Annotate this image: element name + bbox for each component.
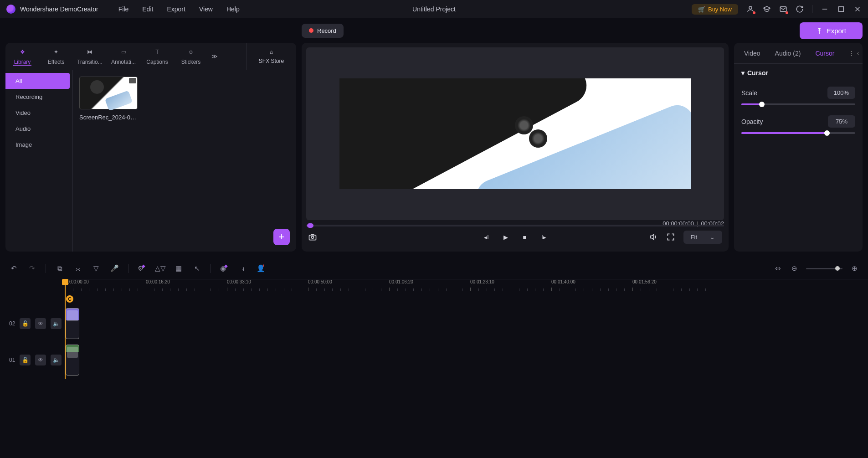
tab-library[interactable]: ❖Library <box>5 48 39 65</box>
zoom-in-icon[interactable]: ⊕ <box>850 264 859 273</box>
tab-effects[interactable]: ✦Effects <box>39 48 73 65</box>
library-categories: All Recording Video Audio Image <box>5 70 73 252</box>
split-icon[interactable]: ›‹ <box>73 264 82 273</box>
redo-icon[interactable]: ↷ <box>27 264 36 273</box>
mic-icon[interactable]: 🎤 <box>110 264 119 273</box>
opacity-value[interactable]: 75% <box>828 115 855 128</box>
shield-icon[interactable]: ▽ <box>92 264 101 273</box>
fit-label: Fit <box>691 234 697 241</box>
lock-icon[interactable]: 🔓 <box>20 355 31 365</box>
maximize-icon[interactable] <box>837 5 845 13</box>
scale-value[interactable]: 100% <box>827 87 855 99</box>
grid-icon[interactable]: ▦ <box>174 264 183 273</box>
record-button[interactable]: Record <box>302 24 344 38</box>
cursor-marker[interactable]: C <box>66 295 73 303</box>
opacity-slider[interactable] <box>741 132 855 134</box>
close-icon[interactable] <box>853 5 862 13</box>
undo-icon[interactable]: ↶ <box>9 264 18 273</box>
ruler-tick: 00:01:23:10 <box>470 279 494 284</box>
main-menu: File Edit Export View Help <box>118 5 240 13</box>
tab-stickers[interactable]: ☺Stickers <box>174 48 208 65</box>
play-icon[interactable]: ▶ <box>501 232 510 242</box>
volume-icon[interactable] <box>649 232 658 242</box>
library-panel: ❖Library ✦Effects ⧓Transitio... ▭Annotat… <box>5 43 296 252</box>
category-recording[interactable]: Recording <box>5 89 72 105</box>
person-icon[interactable]: 👤 <box>257 264 266 273</box>
zoom-out-icon[interactable]: ⊖ <box>790 264 799 273</box>
timeline-ruler[interactable]: 00:00:00:0000:00:16:2000:00:33:1000:00:5… <box>65 279 868 292</box>
tab-annotations[interactable]: ▭Annotati... <box>107 48 140 65</box>
mail-icon[interactable] <box>779 5 787 13</box>
tab-captions-label: Captions <box>146 59 168 65</box>
prop-tab-cursor[interactable]: Cursor <box>809 44 841 62</box>
mirror-icon[interactable]: △▽ <box>156 264 165 273</box>
tab-captions[interactable]: TCaptions <box>140 48 174 65</box>
buy-now-button[interactable]: 🛒 Buy Now <box>692 4 738 15</box>
mute-icon[interactable]: 🔈 <box>51 318 62 329</box>
fit-dropdown[interactable]: Fit⌄ <box>683 231 722 244</box>
tab-more-icon[interactable]: ⋮ <box>848 50 854 57</box>
academy-icon[interactable] <box>763 5 771 13</box>
media-thumbnail[interactable]: ScreenRec_2024-05... <box>79 77 138 121</box>
section-header[interactable]: ▾Cursor <box>741 69 855 77</box>
preview-canvas[interactable] <box>306 47 724 220</box>
menu-edit[interactable]: Edit <box>142 5 153 13</box>
tab-collapse-icon[interactable]: ‹ <box>857 50 859 57</box>
export-button[interactable]: ⭱ Export <box>800 22 863 39</box>
record-dot-icon <box>309 28 313 33</box>
prev-frame-icon[interactable]: ◂Ⅰ <box>482 232 491 242</box>
menu-export[interactable]: Export <box>167 5 185 13</box>
layers-icon: ❖ <box>18 48 26 56</box>
category-video[interactable]: Video <box>5 105 72 121</box>
add-media-button[interactable]: + <box>273 229 290 245</box>
mute-icon[interactable]: 🔈 <box>51 355 62 365</box>
tab-transitions[interactable]: ⧓Transitio... <box>73 48 107 65</box>
app-name: Wondershare DemoCreator <box>20 5 98 13</box>
account-icon[interactable] <box>746 5 755 13</box>
stop-icon[interactable]: ■ <box>520 232 529 242</box>
speed-icon[interactable]: ⚙◆ <box>138 264 147 273</box>
minimize-icon[interactable] <box>821 5 829 13</box>
fullscreen-icon[interactable] <box>666 232 675 242</box>
eye-icon[interactable]: 👁 <box>35 318 46 329</box>
tabs-more-icon[interactable]: ≫ <box>208 53 221 60</box>
adjust-icon[interactable]: ⫞ <box>238 264 247 273</box>
annotation-icon: ▭ <box>119 48 128 56</box>
update-icon[interactable] <box>796 5 804 13</box>
library-grid: ScreenRec_2024-05... <box>73 70 296 252</box>
ruler-tick: 00:01:06:20 <box>389 279 413 284</box>
tab-annotations-label: Annotati... <box>111 59 136 65</box>
sfx-label: SFX Store <box>259 58 284 64</box>
menu-view[interactable]: View <box>199 5 213 13</box>
title-bar: Wondershare DemoCreator File Edit Export… <box>0 0 868 18</box>
crop-icon[interactable]: ⧉ <box>55 264 64 273</box>
svg-point-7 <box>312 236 314 238</box>
snapshot-icon[interactable] <box>308 232 317 242</box>
fit-timeline-icon[interactable]: ⇔ <box>773 264 782 273</box>
svg-rect-6 <box>309 235 316 240</box>
category-audio[interactable]: Audio <box>5 121 72 137</box>
prop-tab-video[interactable]: Video <box>738 44 767 62</box>
prop-tab-audio[interactable]: Audio (2) <box>769 44 807 62</box>
track-number: 02 <box>9 320 15 327</box>
zoom-slider[interactable] <box>806 268 842 269</box>
next-frame-icon[interactable]: Ⅰ▸ <box>539 232 549 242</box>
scale-slider[interactable] <box>741 103 855 105</box>
timeline-toolbar: ↶ ↷ ⧉ ›‹ ▽ 🎤 ⚙◆ △▽ ▦ ↖ ◉◆ ⫞ 👤 ⇔ ⊖ ⊕ <box>0 258 868 279</box>
category-image[interactable]: Image <box>5 137 72 153</box>
eye-icon[interactable]: 👁 <box>35 355 46 365</box>
video-frame <box>339 78 690 189</box>
globe-icon[interactable]: ◉◆ <box>220 264 229 273</box>
category-all[interactable]: All <box>5 73 70 89</box>
tab-sfx-store[interactable]: ⌂SFX Store <box>246 43 296 70</box>
lock-icon[interactable]: 🔓 <box>20 318 31 329</box>
menu-file[interactable]: File <box>118 5 129 13</box>
cursor-tool-icon[interactable]: ↖ <box>192 264 201 273</box>
scrub-track[interactable] <box>306 225 724 226</box>
scale-label: Scale <box>741 89 757 97</box>
clip-video[interactable] <box>66 345 79 376</box>
sticker-icon: ☺ <box>187 48 195 56</box>
divider <box>812 5 812 13</box>
menu-help[interactable]: Help <box>226 5 240 13</box>
clip-cursor[interactable] <box>66 308 79 339</box>
